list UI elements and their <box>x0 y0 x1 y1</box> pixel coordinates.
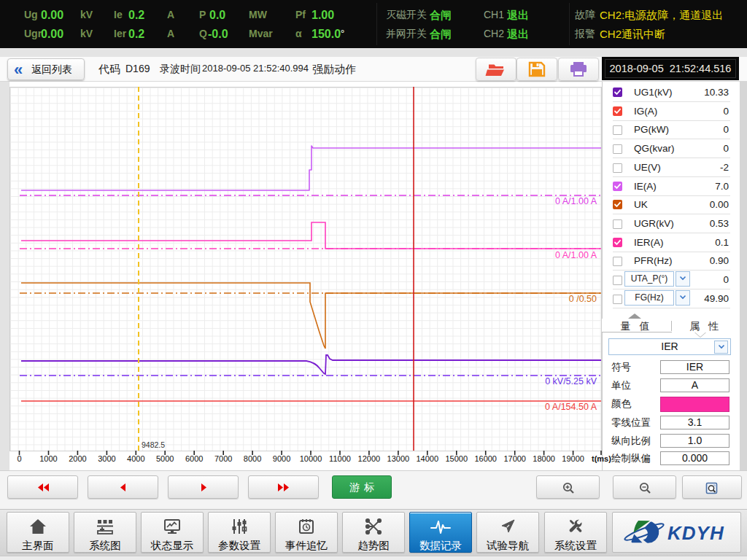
svg-text:5000: 5000 <box>156 454 174 463</box>
svg-text:17000: 17000 <box>503 454 526 463</box>
svg-text:14000: 14000 <box>417 454 439 463</box>
svg-text:8000: 8000 <box>244 454 261 463</box>
svg-text:13000: 13000 <box>387 454 410 463</box>
svg-text:0 A/154.50 A: 0 A/154.50 A <box>545 402 597 412</box>
svg-text:9000: 9000 <box>273 454 290 463</box>
svg-text:4000: 4000 <box>127 454 144 463</box>
svg-text:0 /0.50: 0 /0.50 <box>569 294 597 304</box>
svg-text:7000: 7000 <box>214 454 232 463</box>
svg-text:0 A/1.00 A: 0 A/1.00 A <box>555 250 597 260</box>
svg-text:1000: 1000 <box>39 454 57 463</box>
svg-text:12000: 12000 <box>358 454 381 463</box>
svg-text:6000: 6000 <box>185 454 203 463</box>
svg-text:0 A/1.00 A: 0 A/1.00 A <box>555 196 597 206</box>
svg-text:9482.5: 9482.5 <box>142 440 165 449</box>
svg-text:16000: 16000 <box>474 454 497 463</box>
svg-text:15000: 15000 <box>446 454 468 463</box>
svg-text:2000: 2000 <box>69 454 86 463</box>
svg-text:10000: 10000 <box>300 454 322 463</box>
svg-text:11000: 11000 <box>329 454 351 463</box>
svg-text:18000: 18000 <box>533 454 555 463</box>
svg-text:0: 0 <box>17 454 21 463</box>
svg-text:19000: 19000 <box>562 454 584 463</box>
svg-text:0 kV/5.25 kV: 0 kV/5.25 kV <box>545 376 597 386</box>
svg-text:t(ms): t(ms) <box>592 454 611 463</box>
svg-text:3000: 3000 <box>98 454 115 463</box>
